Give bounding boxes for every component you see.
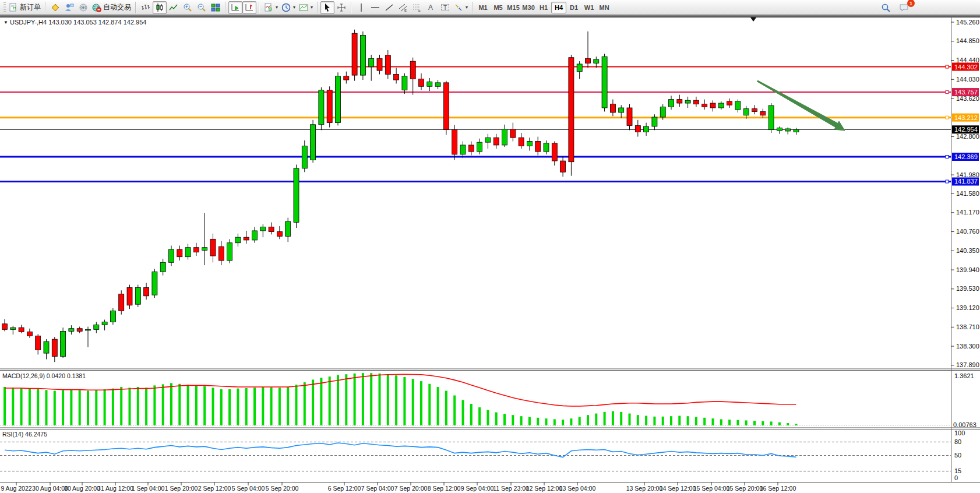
new-order-button[interactable]: 新订单 — [7, 1, 43, 14]
timeframe-button-m1[interactable]: M1 — [475, 2, 491, 13]
chat-button[interactable]: 1 — [897, 1, 911, 14]
indicators-button[interactable]: ▾ — [262, 1, 280, 14]
time-tick-label[interactable]: 1 Sep 04:00 — [132, 485, 165, 492]
timeframe-button-w1[interactable]: W1 — [581, 2, 597, 13]
time-tick-label[interactable]: 31 Aug 12:00 — [97, 485, 133, 492]
data-window-button[interactable] — [62, 1, 76, 14]
time-tick-label[interactable]: 5 Sep 04:00 — [232, 485, 265, 492]
bar-chart-button[interactable] — [139, 1, 153, 14]
cursor-button[interactable] — [320, 1, 334, 14]
auto-scroll-button[interactable] — [228, 1, 242, 14]
periods-button[interactable]: ▾ — [280, 1, 297, 14]
price-tick-label[interactable]: 139.940 — [956, 266, 979, 273]
price-tick-label[interactable]: 139.530 — [956, 285, 979, 292]
time-tick-label[interactable]: 9 Sep 04:00 — [461, 485, 494, 492]
line-handle[interactable] — [946, 180, 949, 183]
price-tick-label[interactable]: 145.260 — [956, 19, 979, 26]
time-tick-label[interactable]: 2 Sep 12:00 — [198, 485, 231, 492]
price-tick-label[interactable]: 142.800 — [956, 133, 979, 140]
bear-candle — [385, 55, 390, 75]
price-tick-label[interactable]: 139.120 — [956, 304, 979, 311]
timeframe-button-m5[interactable]: M5 — [491, 2, 506, 13]
line-handle[interactable] — [946, 155, 949, 158]
crosshair-button[interactable] — [334, 1, 348, 14]
line-handle[interactable] — [946, 116, 949, 119]
price-tick-label[interactable]: 144.850 — [956, 37, 979, 44]
time-tick-label[interactable]: 15 Sep 04:00 — [693, 485, 730, 492]
auto-trading-button[interactable]: 自动交易 — [90, 1, 133, 14]
person-chart-icon — [65, 3, 74, 12]
bear-candle — [394, 74, 399, 80]
timeframe-button-m15[interactable]: M15 — [506, 2, 521, 13]
separator — [259, 2, 260, 13]
bear-candle — [344, 76, 349, 80]
vertical-line-button[interactable] — [354, 1, 368, 14]
templates-button[interactable]: ▾ — [297, 1, 315, 14]
sound-button[interactable] — [76, 1, 90, 14]
chart-shift-button[interactable] — [242, 1, 256, 14]
time-tick-label[interactable]: 11 Sep 23:00 — [493, 485, 529, 492]
market-watch-button[interactable] — [48, 1, 62, 14]
timeframe-button-h1[interactable]: H1 — [536, 2, 551, 13]
text-label-button[interactable]: T — [438, 1, 452, 14]
zoom-in-button[interactable] — [181, 1, 195, 14]
price-tick-label[interactable]: 140.760 — [956, 228, 979, 235]
line-handle[interactable] — [946, 65, 949, 68]
bull-candle — [435, 83, 440, 86]
time-tick-label[interactable]: 30 Aug 04:00 — [32, 485, 68, 492]
mt4-window: 新订单 自动交易 — [0, 0, 980, 493]
time-tick-label[interactable]: 7 Sep 20:00 — [394, 485, 428, 492]
arrows-button[interactable]: ▾ — [452, 1, 470, 14]
bull-candle — [685, 100, 690, 103]
time-tick-label[interactable]: 13 Sep 04:00 — [559, 485, 596, 492]
bull-candle — [477, 142, 482, 152]
horizontal-line-button[interactable] — [368, 1, 382, 14]
candlestick-chart-button[interactable] — [153, 1, 167, 14]
trendline-icon — [385, 3, 394, 12]
line-chart-button[interactable] — [167, 1, 181, 14]
time-tick-label[interactable]: 14 Sep 12:00 — [660, 485, 696, 492]
zoom-out-button[interactable] — [195, 1, 209, 14]
time-tick-label[interactable]: 1 Sep 20:00 — [165, 485, 198, 492]
time-tick-label[interactable]: 9 Aug 2022 — [1, 485, 31, 492]
chart-canvas[interactable]: 145.260144.850144.440144.030143.620142.8… — [0, 0, 980, 493]
bear-candle — [552, 143, 557, 161]
price-tick-label[interactable]: 141.580 — [956, 190, 979, 197]
time-tick-label[interactable]: 5 Sep 20:00 — [266, 485, 299, 492]
bull-candle — [169, 249, 174, 262]
time-tick-label[interactable]: 13 Sep 20:00 — [626, 485, 663, 492]
price-badge-label: 143.757 — [954, 89, 978, 96]
time-tick-label[interactable]: 6 Sep 12:00 — [328, 485, 361, 492]
price-tick-label[interactable]: 141.980 — [956, 171, 979, 178]
time-tick-label[interactable]: 8 Sep 12:00 — [428, 485, 461, 492]
time-tick-label[interactable]: 30 Aug 20:00 — [64, 485, 100, 492]
price-tick-label[interactable]: 141.170 — [956, 209, 979, 216]
time-tick-label[interactable]: 15 Sep 20:00 — [727, 485, 763, 492]
toolbar-grip — [3, 2, 6, 13]
time-tick-label[interactable]: 16 Sep 12:00 — [760, 485, 796, 492]
sonar-icon — [79, 3, 88, 12]
tile-windows-button[interactable] — [209, 1, 223, 14]
bull-candle — [44, 341, 49, 353]
timeframe-button-m30[interactable]: M30 — [521, 2, 536, 13]
price-tick-label[interactable]: 138.300 — [956, 343, 979, 350]
svg-text:F: F — [418, 9, 421, 12]
search-button[interactable] — [879, 1, 893, 14]
timeframe-button-d1[interactable]: D1 — [566, 2, 581, 13]
bull-candle — [502, 129, 507, 145]
timeframe-button-h4[interactable]: H4 — [551, 2, 566, 13]
time-tick-label[interactable]: 7 Sep 04:00 — [361, 485, 394, 492]
symbol-dropdown-icon[interactable]: ▼ — [3, 20, 8, 25]
price-tick-label[interactable]: 144.030 — [956, 76, 979, 83]
timeframe-button-mn[interactable]: MN — [597, 2, 612, 13]
price-tick-label[interactable]: 137.890 — [956, 361, 979, 368]
trendline-button[interactable] — [382, 1, 396, 14]
line-handle[interactable] — [946, 91, 949, 94]
price-tick-label[interactable]: 140.350 — [956, 247, 979, 254]
text-button[interactable]: A — [424, 1, 438, 14]
equidistant-channel-button[interactable]: E — [396, 1, 410, 14]
fibonacci-button[interactable]: F — [410, 1, 424, 14]
price-tick-label[interactable]: 144.440 — [956, 57, 979, 64]
time-tick-label[interactable]: 12 Sep 12:00 — [526, 485, 563, 492]
price-tick-label[interactable]: 138.710 — [956, 323, 979, 330]
